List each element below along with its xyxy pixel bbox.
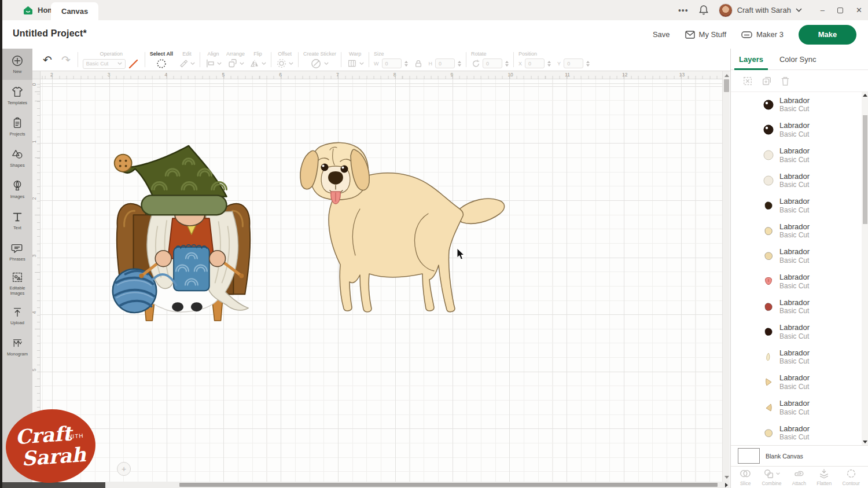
position-x-label: X [518,61,522,67]
size-h-input[interactable]: 0 [435,58,455,68]
attach-button[interactable]: Attach [792,468,806,486]
vertical-scroll-thumb[interactable] [724,79,729,92]
rotate-input[interactable]: 0 [483,58,502,68]
color-pen-icon[interactable] [127,58,140,69]
operation-select[interactable]: Basic Cut [83,59,126,69]
layer-row[interactable]: LabradorBasic Cut [731,370,862,395]
lock-aspect-icon[interactable] [414,59,422,68]
chevron-down-icon[interactable] [190,62,195,65]
canvas-horizontal-scrollbar[interactable] [105,482,730,488]
zoom-in-button[interactable]: + [117,462,131,476]
select-all-icon[interactable] [156,58,167,69]
layer-row[interactable]: LabradorBasic Cut [731,294,862,320]
rotate-icon[interactable] [471,59,481,68]
sidebar-item-shapes[interactable]: Shapes [2,142,32,174]
offset-icon[interactable] [276,58,287,68]
canvas-vertical-scrollbar[interactable] [722,71,730,482]
chevron-down-icon[interactable] [240,62,244,65]
chevron-down-icon[interactable] [289,62,293,65]
close-button[interactable]: ✕ [856,6,862,14]
maximize-button[interactable] [837,8,843,13]
chevron-down-icon[interactable] [324,62,329,65]
scroll-up-icon[interactable] [863,94,867,97]
tab-canvas[interactable]: Canvas [51,2,98,20]
warp-group: Warp [346,49,364,71]
layer-row[interactable]: LabradorBasic Cut [731,218,862,244]
layer-row[interactable]: LabradorBasic Cut [731,142,862,168]
flip-icon[interactable] [249,58,260,68]
flatten-button[interactable]: Flatten [816,468,832,486]
sidebar-item-new[interactable]: New [2,49,32,80]
position-x-stepper[interactable] [547,61,551,67]
position-y-input[interactable]: 0 [564,58,583,68]
layer-row[interactable]: LabradorBasic Cut [731,395,862,420]
size-label: Size [374,51,384,57]
create-sticker-icon[interactable] [311,58,322,69]
notifications-bell-icon[interactable] [699,5,708,15]
chevron-down-icon[interactable] [359,62,364,65]
layer-row[interactable]: LabradorBasic Cut [731,420,862,445]
position-x-input[interactable]: 0 [525,58,545,68]
sidebar-item-templates[interactable]: Templates [2,80,32,111]
canvas-area[interactable]: 2345678910111213 0123456 [32,71,730,488]
minimize-button[interactable]: – [821,6,825,14]
save-button[interactable]: Save [653,30,670,39]
tab-layers[interactable]: Layers [731,49,771,70]
size-w-input[interactable]: 0 [382,58,402,68]
layer-row[interactable]: LabradorBasic Cut [731,244,862,269]
scroll-right-icon[interactable] [725,483,728,487]
operation-label: Operation [100,51,123,57]
layer-type: Basic Cut [779,156,810,164]
layer-row[interactable]: LabradorBasic Cut [731,118,862,143]
labrador-artwork[interactable] [285,141,510,317]
layer-scroll-thumb[interactable] [863,115,867,224]
scroll-down-icon[interactable] [863,441,867,443]
chevron-down-icon[interactable] [217,62,222,65]
my-stuff-button[interactable]: My Stuff [685,30,726,39]
duplicate-icon[interactable] [762,76,772,86]
select-layers-icon[interactable] [742,76,753,86]
scroll-up-icon[interactable] [724,74,729,77]
chevron-down-icon[interactable] [262,62,266,65]
layer-row[interactable]: LabradorBasic Cut [731,92,862,118]
position-y-label: Y [557,61,561,67]
size-w-stepper[interactable] [404,61,408,67]
sidebar-item-upload[interactable]: Upload [2,300,32,331]
warp-icon[interactable] [346,58,358,68]
undo-icon[interactable]: ↶ [43,53,52,67]
size-h-stepper[interactable] [458,61,461,67]
align-icon[interactable] [205,58,215,68]
layer-row[interactable]: LabradorBasic Cut [731,269,862,294]
layer-row[interactable]: LabradorBasic Cut [731,344,862,370]
slice-button[interactable]: Slice [740,468,751,486]
rotate-stepper[interactable] [505,61,509,67]
sidebar-item-projects[interactable]: Projects [2,111,32,142]
contour-button[interactable]: Contour [843,468,860,486]
delete-icon[interactable] [781,76,790,86]
horizontal-scroll-thumb[interactable] [179,483,718,487]
layer-row[interactable]: LabradorBasic Cut [731,168,862,193]
account-menu[interactable]: Craft with Sarah [719,3,802,17]
gnome-artwork[interactable] [108,140,259,324]
machine-selector[interactable]: Maker 3 [741,30,784,39]
edit-pencil-icon[interactable] [179,58,189,68]
tab-color-sync[interactable]: Color Sync [771,49,825,70]
layer-row[interactable]: LabradorBasic Cut [731,319,862,344]
sidebar-item-phrases[interactable]: Phrases [2,236,32,267]
blank-canvas-row[interactable]: Blank Canvas [731,445,868,466]
make-button[interactable]: Make [799,25,856,45]
layer-row[interactable]: LabradorBasic Cut [731,193,862,218]
sidebar-item-editable-images[interactable]: EditableImages [2,267,32,300]
sidebar-item-monogram[interactable]: Monogram [2,331,32,362]
scroll-down-icon[interactable] [724,476,729,479]
redo-icon[interactable]: ↷ [61,53,71,67]
arrange-icon[interactable] [227,58,238,68]
machine-icon [741,31,752,38]
layer-list-scrollbar[interactable] [862,92,868,445]
position-y-stepper[interactable] [586,61,590,67]
sidebar-item-text[interactable]: Text [2,205,32,236]
combine-button[interactable]: Combine [762,468,781,486]
sidebar-item-images[interactable]: Images [2,174,32,205]
overflow-menu-icon[interactable]: ••• [678,6,689,15]
text-icon [11,211,24,223]
